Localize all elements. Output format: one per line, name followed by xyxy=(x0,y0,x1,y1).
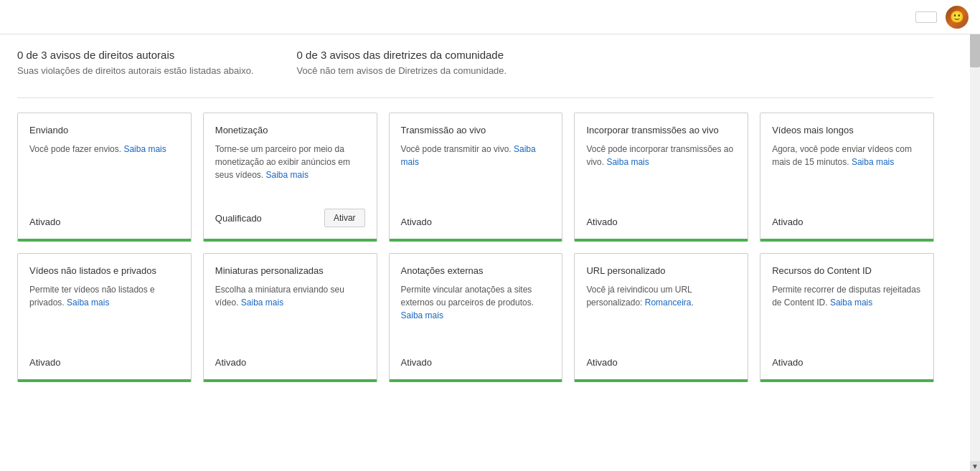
stat-desc-community: Você não tem avisos de Diretrizes da com… xyxy=(297,65,507,76)
learn-more-link-transmissao[interactable]: Saiba mais xyxy=(401,144,536,167)
card-status-anotacoes: Ativado xyxy=(401,357,432,368)
avatar[interactable]: 🙂 xyxy=(946,6,969,29)
feature-card-monetizacao: Monetização Torne-se um parceiro por mei… xyxy=(203,113,377,242)
feature-card-incorporar: Incorporar transmissões ao vivo Você pod… xyxy=(574,113,748,242)
activate-button-monetizacao[interactable]: Ativar xyxy=(324,209,365,227)
card-desc-anotacoes: Permite vincular anotações a sites exter… xyxy=(401,283,551,348)
card-desc-url-personalizado: Você já reivindicou um URL personalizado… xyxy=(586,283,736,348)
card-title-videos-longos: Vídeos mais longos xyxy=(772,125,922,135)
card-desc-videos-longos: Agora, você pode enviar vídeos com mais … xyxy=(772,143,922,208)
feature-card-videos-nao-listados: Vídeos não listados e privados Permite t… xyxy=(17,253,192,382)
learn-more-link-videos-nao-listados[interactable]: Saiba mais xyxy=(67,298,109,308)
card-footer-url-personalizado: Ativado xyxy=(586,357,736,368)
learn-more-link-miniaturas[interactable]: Saiba mais xyxy=(241,298,283,308)
card-footer-enviando: Ativado xyxy=(29,217,179,227)
feature-row-1: Vídeos não listados e privados Permite t… xyxy=(17,253,934,382)
feature-card-url-personalizado: URL personalizado Você já reivindicou um… xyxy=(574,253,748,382)
feature-container: Enviando Você pode fazer envios. Saiba m… xyxy=(17,113,934,382)
card-title-enviando: Enviando xyxy=(29,125,179,135)
stat-desc-copyright: Suas violações de direitos autorais estã… xyxy=(17,65,254,76)
card-desc-content-id: Permite recorrer de disputas rejeitadas … xyxy=(772,283,922,348)
header: 🙂 xyxy=(0,0,980,34)
feature-row-0: Enviando Você pode fazer envios. Saiba m… xyxy=(17,113,934,242)
card-footer-videos-longos: Ativado xyxy=(772,217,922,227)
card-title-url-personalizado: URL personalizado xyxy=(586,265,736,276)
feature-card-miniaturas: Miniaturas personalizadas Escolha a mini… xyxy=(203,253,377,382)
card-status-url-personalizado: Ativado xyxy=(586,357,617,368)
card-footer-miniaturas: Ativado xyxy=(215,357,365,368)
scrollbar-track[interactable] xyxy=(970,10,980,408)
card-status-enviando: Ativado xyxy=(29,217,60,227)
learn-more-link-monetizacao[interactable]: Saiba mais xyxy=(266,170,308,180)
feature-card-enviando: Enviando Você pode fazer envios. Saiba m… xyxy=(17,113,192,242)
card-desc-enviando: Você pode fazer envios. Saiba mais xyxy=(29,143,179,208)
card-title-content-id: Recursos do Content ID xyxy=(772,265,922,276)
card-desc-videos-nao-listados: Permite ter vídeos não listados e privad… xyxy=(29,283,179,348)
card-status-monetizacao: Qualificado xyxy=(215,213,262,224)
stat-title-copyright: 0 de 3 avisos de direitos autorais xyxy=(17,49,254,61)
card-desc-transmissao: Você pode transmitir ao vivo. Saiba mais xyxy=(401,143,551,208)
card-status-content-id: Ativado xyxy=(772,357,803,368)
card-status-incorporar: Ativado xyxy=(586,217,617,227)
card-title-anotacoes: Anotações externas xyxy=(401,265,551,276)
card-footer-incorporar: Ativado xyxy=(586,217,736,227)
card-title-videos-nao-listados: Vídeos não listados e privados xyxy=(29,265,179,276)
card-desc-incorporar: Você pode incorporar transmissões ao viv… xyxy=(586,143,736,208)
card-title-miniaturas: Miniaturas personalizadas xyxy=(215,265,365,276)
header-actions: 🙂 xyxy=(915,6,969,29)
back-to-studio-button[interactable] xyxy=(915,11,937,23)
card-status-miniaturas: Ativado xyxy=(215,357,246,368)
main-content: 0 de 3 avisos de direitos autorais Suas … xyxy=(0,34,961,408)
card-title-incorporar: Incorporar transmissões ao vivo xyxy=(586,125,736,135)
url-link[interactable]: Romanceira xyxy=(645,298,692,308)
learn-more-link-anotacoes[interactable]: Saiba mais xyxy=(401,310,443,320)
learn-more-link-enviando[interactable]: Saiba mais xyxy=(123,144,166,154)
card-footer-content-id: Ativado xyxy=(772,357,922,368)
card-status-videos-longos: Ativado xyxy=(772,217,803,227)
card-footer-anotacoes: Ativado xyxy=(401,357,551,368)
learn-more-link-content-id[interactable]: Saiba mais xyxy=(830,298,872,308)
card-footer-monetizacao: Qualificado Ativar xyxy=(215,209,365,227)
card-desc-monetizacao: Torne-se um parceiro por meio da monetiz… xyxy=(215,143,365,200)
stat-block-copyright: 0 de 3 avisos de direitos autorais Suas … xyxy=(17,49,254,76)
stat-title-community: 0 de 3 avisos das diretrizes da comunida… xyxy=(297,49,507,61)
divider xyxy=(17,97,934,98)
learn-more-link-incorporar[interactable]: Saiba mais xyxy=(606,157,649,167)
card-title-monetizacao: Monetização xyxy=(215,125,365,135)
card-status-transmissao: Ativado xyxy=(401,217,432,227)
scrollbar[interactable]: ▲ ▼ xyxy=(970,0,980,408)
feature-card-videos-longos: Vídeos mais longos Agora, você pode envi… xyxy=(760,113,934,242)
stat-block-community: 0 de 3 avisos das diretrizes da comunida… xyxy=(297,49,507,76)
feature-card-content-id: Recursos do Content ID Permite recorrer … xyxy=(760,253,934,382)
card-footer-videos-nao-listados: Ativado xyxy=(29,357,179,368)
learn-more-link-videos-longos[interactable]: Saiba mais xyxy=(852,157,894,167)
feature-card-transmissao: Transmissão ao vivo Você pode transmitir… xyxy=(389,113,563,242)
feature-card-anotacoes: Anotações externas Permite vincular anot… xyxy=(389,253,563,382)
card-title-transmissao: Transmissão ao vivo xyxy=(401,125,551,135)
card-desc-miniaturas: Escolha a miniatura enviando seu vídeo. … xyxy=(215,283,365,348)
card-status-videos-nao-listados: Ativado xyxy=(29,357,60,368)
card-footer-transmissao: Ativado xyxy=(401,217,551,227)
stats-section: 0 de 3 avisos de direitos autorais Suas … xyxy=(17,49,934,76)
